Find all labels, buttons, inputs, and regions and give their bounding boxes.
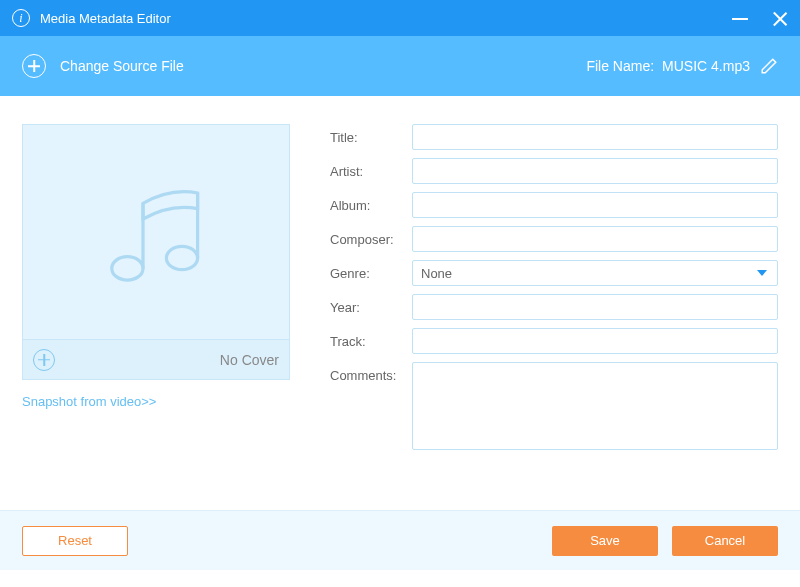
content-area: No Cover Snapshot from video>> Title: Ar… [0, 96, 800, 510]
add-cover-button[interactable] [33, 349, 55, 371]
comments-textarea[interactable] [412, 362, 778, 450]
comments-label: Comments: [330, 362, 412, 383]
change-source-icon[interactable] [22, 54, 46, 78]
titlebar: i Media Metadata Editor [0, 0, 800, 36]
snapshot-from-video-link[interactable]: Snapshot from video>> [22, 394, 290, 409]
no-cover-label: No Cover [55, 352, 279, 368]
year-label: Year: [330, 294, 412, 315]
chevron-down-icon [757, 270, 767, 276]
svg-point-0 [112, 257, 143, 280]
edit-filename-icon[interactable] [760, 57, 778, 75]
toolbar: Change Source File File Name: MUSIC 4.mp… [0, 36, 800, 96]
title-label: Title: [330, 124, 412, 145]
track-input[interactable] [412, 328, 778, 354]
file-name-value: MUSIC 4.mp3 [662, 58, 750, 74]
reset-button[interactable]: Reset [22, 526, 128, 556]
info-icon: i [12, 9, 30, 27]
music-note-icon [23, 125, 289, 339]
cover-preview: No Cover [22, 124, 290, 380]
file-name-label: File Name: [586, 58, 654, 74]
metadata-form: Title: Artist: Album: Composer: Genre: N… [330, 124, 778, 490]
cancel-button[interactable]: Cancel [672, 526, 778, 556]
genre-select[interactable]: None [412, 260, 778, 286]
genre-selected-value: None [421, 266, 452, 281]
minimize-button[interactable] [732, 10, 748, 26]
album-input[interactable] [412, 192, 778, 218]
cover-footer: No Cover [23, 339, 289, 379]
action-bar: Reset Save Cancel [0, 510, 800, 570]
album-label: Album: [330, 192, 412, 213]
title-input[interactable] [412, 124, 778, 150]
composer-input[interactable] [412, 226, 778, 252]
cover-column: No Cover Snapshot from video>> [22, 124, 290, 490]
window-title: Media Metadata Editor [40, 11, 732, 26]
change-source-button[interactable]: Change Source File [60, 58, 184, 74]
save-button[interactable]: Save [552, 526, 658, 556]
artist-input[interactable] [412, 158, 778, 184]
close-button[interactable] [772, 10, 788, 26]
svg-point-1 [166, 246, 197, 269]
genre-label: Genre: [330, 260, 412, 281]
year-input[interactable] [412, 294, 778, 320]
artist-label: Artist: [330, 158, 412, 179]
track-label: Track: [330, 328, 412, 349]
composer-label: Composer: [330, 226, 412, 247]
